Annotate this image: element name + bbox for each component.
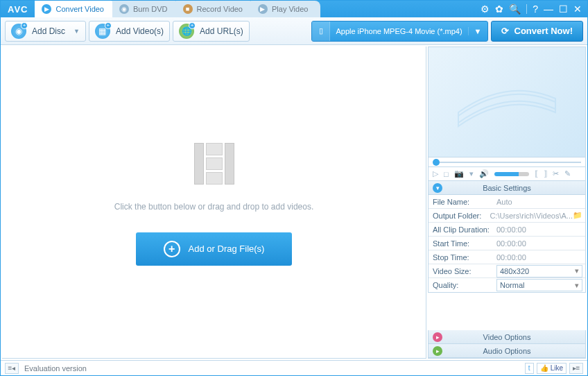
expand-icon: ▸ xyxy=(433,346,442,356)
drop-hint-text: Click the button below or drag and drop … xyxy=(114,202,314,212)
bracket-end-icon[interactable]: ⟧ xyxy=(544,169,547,178)
chevron-down-icon[interactable]: ▾ xyxy=(469,169,474,178)
folder-icon[interactable]: 📁 xyxy=(573,211,582,220)
add-videos-button[interactable]: ▦+ Add Video(s) xyxy=(89,21,170,42)
row-video-size: Video Size: 480x320 ▾ xyxy=(429,264,585,278)
value[interactable]: Auto xyxy=(492,198,585,206)
value[interactable]: 00:00:00 xyxy=(492,253,585,262)
separator xyxy=(526,4,527,14)
profile-area: ▯ Apple iPhone MPEG-4 Movie (*.mp4) ▼ ⟳ … xyxy=(252,21,583,42)
value: Normal ▾ xyxy=(492,279,585,291)
tab-label: Convert Video xyxy=(55,5,104,13)
status-text: Evaluation version xyxy=(24,364,87,373)
bracket-start-icon[interactable]: ⟦ xyxy=(535,169,538,178)
profile-label: Apple iPhone MPEG-4 Movie (*.mp4) xyxy=(330,27,467,35)
stop-icon[interactable]: □ xyxy=(444,170,449,178)
video-size-select[interactable]: 480x320 ▾ xyxy=(496,265,582,277)
collapse-icon: ▾ xyxy=(433,183,442,193)
value: 480x320 ▾ xyxy=(492,265,585,277)
add-or-drag-files-button[interactable]: + Add or Drag File(s) xyxy=(136,232,293,266)
header-label: Basic Settings xyxy=(483,184,531,192)
seek-handle[interactable] xyxy=(433,159,440,166)
btn-label: Add Disc xyxy=(32,26,65,36)
label: Stop Time: xyxy=(429,253,492,262)
spacer xyxy=(428,293,586,330)
label: Output Folder: xyxy=(429,212,485,220)
quality-select[interactable]: Normal ▾ xyxy=(496,279,582,291)
video-options-header[interactable]: ▸ Video Options xyxy=(428,330,586,344)
close-icon[interactable]: ✕ xyxy=(573,3,582,15)
search-icon[interactable]: 🔍 xyxy=(509,3,521,15)
refresh-icon: ⟳ xyxy=(501,26,509,36)
preview-controls: ▷ □ 📷 ▾ 🔊 ⟦ ⟧ ✂ ✎ xyxy=(428,167,586,181)
label: File Name: xyxy=(429,198,492,206)
main-tabs: ▶ Convert Video ◉ Burn DVD ■ Record Vide… xyxy=(35,1,475,17)
tab-convert-video[interactable]: ▶ Convert Video xyxy=(35,1,116,17)
convert-now-button[interactable]: ⟳ Convert Now! xyxy=(491,21,584,42)
value: 00:00:00 xyxy=(492,225,585,234)
chevron-down-icon: ▼ xyxy=(74,28,80,35)
chevron-down-icon: ▾ xyxy=(575,266,582,275)
like-label: Like xyxy=(551,364,563,372)
btn-label: Add or Drag File(s) xyxy=(189,243,265,254)
edit-icon[interactable]: ✎ xyxy=(564,169,571,178)
row-quality: Quality: Normal ▾ xyxy=(429,278,585,292)
label: Start Time: xyxy=(429,239,492,248)
maximize-icon[interactable]: ☐ xyxy=(559,3,568,15)
basic-settings-table: File Name: Auto Output Folder: C:\Users\… xyxy=(428,195,586,293)
tab-play-video[interactable]: ▶ Play Video xyxy=(251,1,320,17)
select-value: Normal xyxy=(500,281,524,289)
chevron-down-icon: ▾ xyxy=(575,281,582,290)
header-label: Video Options xyxy=(483,333,531,341)
output-profile-selector[interactable]: ▯ Apple iPhone MPEG-4 Movie (*.mp4) ▼ xyxy=(311,21,487,42)
record-icon: ■ xyxy=(183,4,193,14)
disc-icon: ◉+ xyxy=(11,24,26,39)
statusbar-right: t 👍 Like ▸≡ xyxy=(525,363,583,374)
panel-left-button[interactable]: ≡◂ xyxy=(5,363,19,374)
file-drop-stage[interactable]: Click the button below or drag and drop … xyxy=(2,46,426,359)
tab-label: Record Video xyxy=(197,5,243,13)
tab-record-video[interactable]: ■ Record Video xyxy=(176,1,255,17)
basic-settings-header[interactable]: ▾ Basic Settings xyxy=(428,181,586,195)
volume-icon[interactable]: 🔊 xyxy=(479,169,489,178)
add-urls-button[interactable]: 🌐+ Add URL(s) xyxy=(173,21,250,42)
row-file-name: File Name: Auto xyxy=(429,195,585,209)
main-area: Click the button below or drag and drop … xyxy=(1,45,587,360)
row-start-time: Start Time: 00:00:00 xyxy=(429,237,585,250)
snapshot-icon[interactable]: 📷 xyxy=(454,169,464,178)
statusbar: ≡◂ Evaluation version t 👍 Like ▸≡ xyxy=(1,360,587,375)
label: Quality: xyxy=(429,281,492,289)
panel-right-button[interactable]: ▸≡ xyxy=(569,363,583,374)
thumb-icon: 👍 xyxy=(540,364,548,372)
select-value: 480x320 xyxy=(500,267,529,275)
value[interactable]: C:\Users\rich\Videos\A... 📁 xyxy=(485,211,585,220)
play-icon[interactable]: ▷ xyxy=(433,169,438,178)
app-logo: AVC xyxy=(1,4,35,15)
help-icon[interactable]: ? xyxy=(533,3,538,15)
disc-icon: ◉ xyxy=(119,4,129,14)
gear-icon[interactable]: ✿ xyxy=(495,3,503,15)
plus-icon: + xyxy=(164,241,180,257)
tab-label: Play Video xyxy=(272,5,308,13)
window-controls: ⚙ ✿ 🔍 ? — ☐ ✕ xyxy=(475,3,587,15)
label: Video Size: xyxy=(429,267,492,275)
tab-burn-dvd[interactable]: ◉ Burn DVD xyxy=(112,1,180,17)
minimize-icon[interactable]: — xyxy=(544,3,553,15)
trim-icon[interactable]: ✂ xyxy=(553,169,559,178)
settings-icon[interactable]: ⚙ xyxy=(481,3,490,15)
titlebar: AVC ▶ Convert Video ◉ Burn DVD ■ Record … xyxy=(1,1,587,17)
film-reel-icon xyxy=(451,71,562,133)
btn-label: Add URL(s) xyxy=(200,26,243,36)
volume-slider[interactable] xyxy=(494,172,529,176)
value[interactable]: 00:00:00 xyxy=(492,239,585,248)
facebook-like-button[interactable]: 👍 Like xyxy=(537,363,567,374)
btn-label: Add Video(s) xyxy=(116,26,164,36)
film-strip-icon xyxy=(187,139,242,188)
add-disc-button[interactable]: ◉+ Add Disc ▼ xyxy=(5,21,86,42)
video-icon: ▦+ xyxy=(95,24,110,39)
expand-icon: ▸ xyxy=(433,332,442,342)
chevron-down-icon: ▼ xyxy=(468,27,487,35)
twitter-button[interactable]: t xyxy=(525,363,534,374)
seek-bar[interactable] xyxy=(428,157,586,167)
audio-options-header[interactable]: ▸ Audio Options xyxy=(428,344,586,358)
